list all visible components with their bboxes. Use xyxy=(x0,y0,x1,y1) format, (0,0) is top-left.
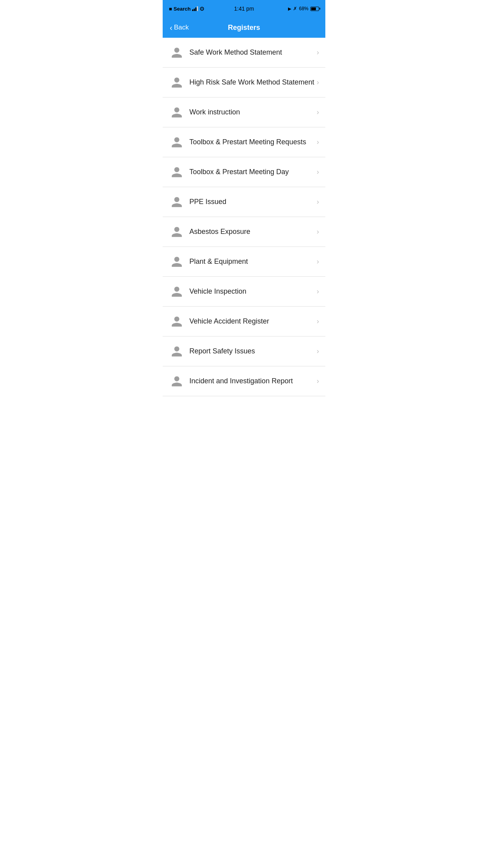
wifi-icon: ⊙ xyxy=(200,6,204,12)
battery-indicator xyxy=(310,7,319,11)
user-avatar-icon xyxy=(171,345,183,358)
list-item-label: Vehicle Inspection xyxy=(189,287,317,296)
nav-bar: ‹ Back Registers xyxy=(163,17,325,38)
chevron-right-icon: › xyxy=(317,317,319,326)
battery-body xyxy=(310,7,319,11)
list-item[interactable]: Vehicle Inspection › xyxy=(163,277,325,307)
chevron-right-icon: › xyxy=(317,108,319,116)
battery-percent: 68% xyxy=(299,6,308,11)
person-icon xyxy=(169,224,185,240)
list-item[interactable]: Safe Work Method Statement › xyxy=(163,38,325,68)
signal-bar-2 xyxy=(194,9,195,11)
user-avatar-icon xyxy=(171,76,183,89)
person-icon xyxy=(169,105,185,120)
person-icon xyxy=(169,254,185,270)
user-avatar-icon xyxy=(171,106,183,119)
chevron-right-icon: › xyxy=(317,287,319,296)
user-avatar-icon xyxy=(171,166,183,178)
person-icon xyxy=(169,314,185,329)
list-item[interactable]: Toolbox & Prestart Meeting Requests › xyxy=(163,127,325,157)
list-item-label: Safe Work Method Statement xyxy=(189,48,317,57)
list-item[interactable]: Report Safety Issues › xyxy=(163,337,325,366)
list-item-label: Toolbox & Prestart Meeting Day xyxy=(189,168,317,176)
bluetooth-icon: ✗ xyxy=(293,6,297,11)
chevron-right-icon: › xyxy=(317,168,319,176)
list-item-label: Plant & Equipment xyxy=(189,257,317,266)
list-item-label: High Risk Safe Work Method Statement xyxy=(189,78,317,86)
list-item[interactable]: Work instruction › xyxy=(163,97,325,127)
list-item[interactable]: Asbestos Exposure › xyxy=(163,217,325,247)
chevron-right-icon: › xyxy=(317,228,319,236)
signal-bar-1 xyxy=(192,9,193,11)
list-item-label: Incident and Investigation Report xyxy=(189,377,317,385)
list-item-label: Report Safety Issues xyxy=(189,347,317,355)
list-item-label: Work instruction xyxy=(189,108,317,116)
user-avatar-icon xyxy=(171,285,183,298)
person-icon xyxy=(169,75,185,90)
list-item-label: Asbestos Exposure xyxy=(189,228,317,236)
back-label: Back xyxy=(174,24,189,31)
user-avatar-icon xyxy=(171,256,183,268)
chevron-right-icon: › xyxy=(317,198,319,206)
user-avatar-icon xyxy=(171,136,183,149)
person-icon xyxy=(169,194,185,210)
status-right: ▶ ✗ 68% xyxy=(288,6,319,11)
user-avatar-icon xyxy=(171,315,183,328)
user-avatar-icon xyxy=(171,46,183,59)
back-button[interactable]: ‹ Back xyxy=(167,20,192,35)
search-icon: ■ xyxy=(169,6,172,12)
list-item[interactable]: Toolbox & Prestart Meeting Day › xyxy=(163,157,325,187)
signal-bar-3 xyxy=(195,7,196,11)
person-icon xyxy=(169,45,185,61)
user-avatar-icon xyxy=(171,375,183,388)
registers-list: Safe Work Method Statement › High Risk S… xyxy=(163,38,325,396)
chevron-right-icon: › xyxy=(317,48,319,57)
status-time: 1:41 pm xyxy=(234,6,254,12)
list-item-label: Vehicle Accident Register xyxy=(189,317,317,326)
chevron-right-icon: › xyxy=(317,347,319,355)
carrier-name: Search xyxy=(174,6,191,12)
signal-bars xyxy=(192,6,198,11)
user-avatar-icon xyxy=(171,196,183,208)
list-item[interactable]: Vehicle Accident Register › xyxy=(163,307,325,337)
user-avatar-icon xyxy=(171,226,183,238)
battery-fill xyxy=(311,7,316,10)
chevron-right-icon: › xyxy=(317,377,319,385)
person-icon xyxy=(169,134,185,150)
list-item-label: Toolbox & Prestart Meeting Requests xyxy=(189,138,317,146)
signal-bar-4 xyxy=(197,6,198,11)
carrier-info: ■ Search ⊙ xyxy=(169,6,204,12)
list-item[interactable]: Incident and Investigation Report › xyxy=(163,366,325,396)
chevron-right-icon: › xyxy=(317,257,319,266)
nav-title: Registers xyxy=(228,24,260,32)
list-item[interactable]: Plant & Equipment › xyxy=(163,247,325,277)
location-icon: ▶ xyxy=(288,6,291,11)
person-icon xyxy=(169,373,185,389)
back-chevron-icon: ‹ xyxy=(170,24,172,31)
list-item[interactable]: PPE Issued › xyxy=(163,187,325,217)
list-item-label: PPE Issued xyxy=(189,198,317,206)
chevron-right-icon: › xyxy=(317,138,319,146)
person-icon xyxy=(169,344,185,359)
person-icon xyxy=(169,284,185,300)
status-bar: ■ Search ⊙ 1:41 pm ▶ ✗ 68% xyxy=(163,0,325,17)
person-icon xyxy=(169,164,185,180)
list-item[interactable]: High Risk Safe Work Method Statement › xyxy=(163,68,325,97)
chevron-right-icon: › xyxy=(317,78,319,86)
